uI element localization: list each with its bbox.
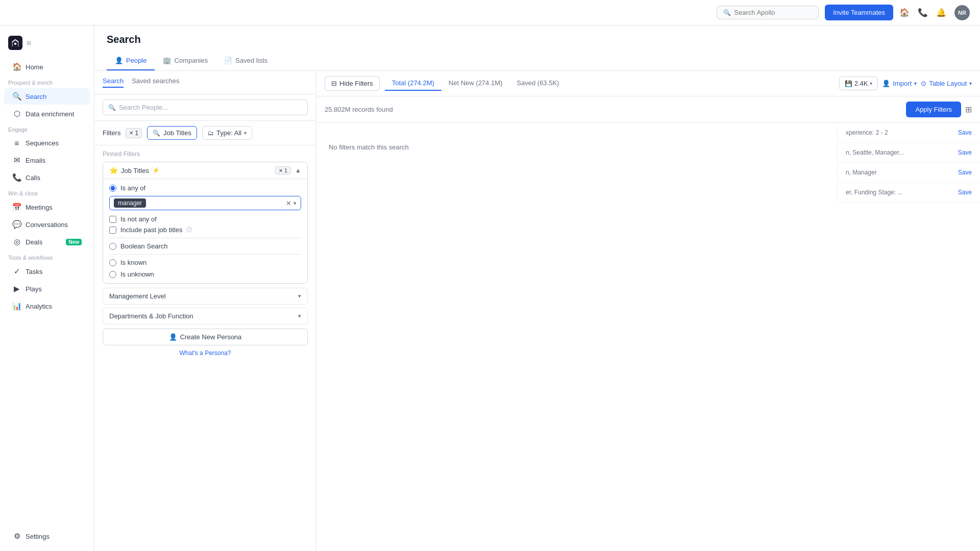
type-filter-chip[interactable]: 🗂 Type: All ▾ (202, 126, 252, 140)
is-any-of-label: Is any of (120, 184, 145, 192)
search-people-input-wrapper[interactable]: 🔍 (103, 99, 308, 115)
is-known-option[interactable]: Is known (109, 259, 301, 266)
filter-card-chevron-icon[interactable]: ▲ (295, 167, 301, 174)
partial-item-text: er, Funding Stage: ... (846, 189, 902, 196)
boolean-search-radio[interactable] (109, 243, 116, 250)
hide-filters-label: Hide Filters (339, 80, 373, 87)
persona-icon: 👤 (169, 333, 177, 341)
search-apollo-box[interactable]: 🔍 (717, 6, 819, 19)
save-link-4[interactable]: Save (958, 189, 972, 196)
import-button[interactable]: 👤 Import ▾ (882, 80, 917, 87)
save-link-1[interactable]: Save (958, 129, 972, 136)
deals-sidebar-icon: ◎ (12, 237, 21, 246)
sidebar-item-conversations[interactable]: 💬 Conversations (4, 216, 90, 233)
management-level-filter[interactable]: Management Level ▾ (103, 288, 308, 305)
sidebar-item-label: Deals (26, 238, 42, 246)
sequences-sidebar-icon: ≡ (12, 139, 21, 147)
logo-icon (8, 36, 22, 50)
net-new-tab[interactable]: Net New (274.1M) (442, 76, 509, 91)
boolean-search-option[interactable]: Boolean Search (109, 242, 301, 250)
tag-clear-icon[interactable]: ✕ (286, 199, 291, 207)
filter-card-count-badge[interactable]: ✕ 1 (275, 166, 291, 174)
search-people-input[interactable] (119, 104, 302, 111)
boolean-search-label: Boolean Search (120, 242, 168, 250)
filter-card-actions: ✕ 1 ▲ (275, 166, 301, 174)
avatar[interactable]: NR (954, 5, 970, 20)
layout-icon: ⊙ (921, 80, 926, 87)
sidebar-item-calls[interactable]: 📞 Calls (4, 169, 90, 186)
home-icon[interactable]: 🏠 (899, 8, 910, 17)
sidebar-item-plays[interactable]: ▶ Plays (4, 281, 90, 297)
include-past-checkbox[interactable] (109, 227, 116, 234)
sidebar-item-sequences[interactable]: ≡ Sequences (4, 135, 90, 151)
total-tab[interactable]: Total (274.2M) (385, 76, 442, 91)
include-past-option[interactable]: Include past job titles ⓘ (109, 226, 301, 234)
no-filters-message: No filters match this search (329, 143, 409, 151)
prospect-enrich-label: Prospect & enrich (0, 76, 94, 88)
tab-saved-lists[interactable]: 📄 Saved lists (216, 52, 276, 70)
filter-count-badge[interactable]: ✕ 1 (126, 128, 142, 138)
job-titles-card: ⭐ Job Titles ⚡ ✕ 1 ▲ (103, 162, 308, 284)
create-persona-button[interactable]: 👤 Create New Persona (103, 329, 308, 345)
filter-card-count: 1 (284, 167, 287, 173)
filters-label: Filters (103, 129, 120, 137)
invite-teammates-button[interactable]: Invite Teammates (825, 5, 893, 20)
saved-tab[interactable]: Saved (63.5K) (509, 76, 566, 91)
tag-dropdown-icon[interactable]: ▾ (293, 200, 297, 207)
search-people-icon: 🔍 (108, 104, 116, 111)
sidebar-item-emails[interactable]: ✉ Emails (4, 152, 90, 168)
filter-tab-search[interactable]: Search (103, 77, 124, 88)
filter-tab-saved[interactable]: Saved searches (132, 77, 179, 88)
save-link-2[interactable]: Save (958, 149, 972, 156)
management-level-chevron-icon: ▾ (298, 293, 301, 299)
tasks-sidebar-icon: ✓ (12, 267, 21, 276)
tag-text-input[interactable] (148, 199, 284, 207)
info-icon[interactable]: ⓘ (186, 226, 192, 234)
sidebar-item-tasks[interactable]: ✓ Tasks (4, 263, 90, 280)
tab-people[interactable]: 👤 People (107, 52, 155, 70)
grid-view-icon[interactable]: ⊞ (965, 105, 972, 114)
apply-filters-button[interactable]: Apply Filters (906, 102, 961, 117)
filter-count: 1 (135, 130, 138, 137)
save-link-3[interactable]: Save (958, 169, 972, 176)
count-selector[interactable]: 💾 2.4K ▾ (839, 77, 878, 90)
is-unknown-radio[interactable] (109, 271, 116, 278)
filter-panel: Search Saved searches 🔍 Filters ✕ 1 (94, 71, 316, 551)
sidebar-item-analytics[interactable]: 📊 Analytics (4, 298, 90, 314)
main-content: Search 👤 People 🏢 Companies 📄 Saved list… (94, 26, 980, 551)
tag-input-row[interactable]: manager ✕ ▾ (109, 196, 301, 210)
hide-filters-button[interactable]: ⊟ Hide Filters (325, 76, 380, 91)
departments-filter[interactable]: Departments & Job Function ▾ (103, 308, 308, 324)
job-titles-filter-chip[interactable]: 🔍 Job Titles (147, 126, 197, 140)
is-any-of-radio[interactable] (109, 185, 116, 192)
partial-item-text: n, Manager (846, 169, 877, 176)
table-layout-button[interactable]: ⊙ Table Layout ▾ (921, 80, 972, 87)
phone-icon[interactable]: 📞 (918, 8, 928, 17)
create-persona-label: Create New Persona (180, 333, 242, 341)
is-known-radio[interactable] (109, 259, 116, 266)
sidebar-item-settings[interactable]: ⚙ Settings (4, 528, 90, 544)
sidebar-item-home[interactable]: 🏠 Home (4, 59, 90, 75)
filter-card-body: Is any of manager ✕ ▾ (103, 179, 307, 283)
conversations-sidebar-icon: 💬 (12, 220, 21, 229)
is-not-any-of-option[interactable]: Is not any of (109, 215, 301, 223)
sidebar-item-search[interactable]: 🔍 Search (4, 88, 90, 105)
sidebar-item-label: Emails (26, 157, 45, 164)
main-header: Search 👤 People 🏢 Companies 📄 Saved list… (94, 26, 980, 71)
sidebar-item-data-enrichment[interactable]: ⬡ Data enrichment (4, 106, 90, 122)
whats-persona-link[interactable]: What's a Persona? (103, 349, 308, 357)
search-apollo-input[interactable] (734, 9, 812, 16)
search-people-box: 🔍 (94, 94, 316, 121)
right-toolbar-right: 💾 2.4K ▾ 👤 Import ▾ ⊙ Table Layout (839, 77, 972, 90)
is-unknown-option[interactable]: Is unknown (109, 270, 301, 278)
sidebar-toggle-icon[interactable]: ⊞ (27, 40, 31, 46)
sidebar-item-deals[interactable]: ◎ Deals New (4, 234, 90, 250)
departments-label: Departments & Job Function (109, 312, 193, 320)
bell-icon[interactable]: 🔔 (936, 8, 946, 17)
is-any-of-option[interactable]: Is any of (109, 184, 301, 192)
tab-companies[interactable]: 🏢 Companies (155, 52, 216, 70)
sidebar-item-label: Search (26, 93, 46, 101)
sidebar-item-meetings[interactable]: 📅 Meetings (4, 199, 90, 215)
right-toolbar-left: ⊟ Hide Filters Total (274.2M) Net New (2… (325, 76, 566, 91)
is-not-any-of-checkbox[interactable] (109, 216, 116, 223)
